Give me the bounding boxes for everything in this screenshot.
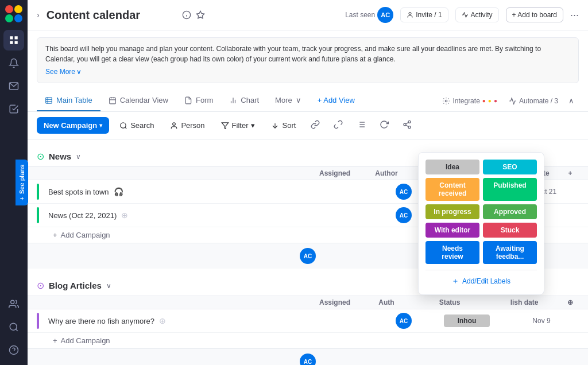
svg-point-1	[14, 5, 22, 13]
sidebar-icon-people[interactable]	[3, 294, 24, 314]
svg-rect-23	[109, 98, 115, 104]
status-option-idea[interactable]: Idea	[425, 160, 479, 174]
add-edit-labels-button[interactable]: Add/Edit Labels	[425, 275, 537, 288]
sidebar-icon-check[interactable]	[3, 99, 24, 119]
search-label: Search	[130, 121, 154, 130]
tab-more[interactable]: More ∨	[267, 90, 310, 111]
person-button[interactable]: Person	[164, 118, 210, 133]
svg-point-18	[409, 13, 411, 15]
news-group-collapse[interactable]: ∨	[76, 153, 81, 161]
svg-line-32	[125, 127, 127, 129]
status-option-published[interactable]: Published	[483, 178, 537, 201]
tab-calendar-label: Calendar View	[120, 96, 168, 104]
add-edit-labels-text: Add/Edit Labels	[462, 277, 510, 285]
tab-chart[interactable]: Chart	[221, 90, 267, 111]
more-options-button[interactable]: ···	[570, 9, 579, 21]
add-to-board-button[interactable]: + Add to board	[506, 7, 563, 22]
collapse-view-button[interactable]: ∧	[564, 92, 579, 110]
search-button[interactable]: Search	[114, 118, 160, 133]
svg-marker-17	[196, 11, 204, 18]
status-option-in-progress[interactable]: In progress	[425, 204, 479, 219]
app-logo[interactable]	[5, 5, 23, 23]
sidebar-icon-bell[interactable]	[3, 53, 24, 73]
status-option-content-received[interactable]: Content received	[425, 178, 479, 201]
status-option-with-editor[interactable]: With editor	[425, 223, 479, 238]
svg-point-9	[11, 300, 14, 304]
sort-button[interactable]: Sort	[265, 118, 301, 133]
col-status-blog: Status	[412, 298, 487, 306]
last-seen-label: Last seen	[345, 11, 375, 19]
share-icon-button[interactable]	[398, 117, 416, 134]
add-view-button[interactable]: + Add View	[310, 90, 363, 111]
description-text: This board will help you manage and plan…	[45, 45, 541, 63]
col-add-news[interactable]: +	[562, 169, 579, 177]
add-circle-icon: ⊕	[121, 211, 128, 220]
see-plans-tab[interactable]: + See plans	[16, 160, 28, 205]
activity-button[interactable]: Activity	[455, 7, 499, 22]
info-icon[interactable]	[182, 10, 191, 20]
link-icon-button[interactable]	[306, 117, 324, 134]
add-icon: +	[53, 231, 57, 239]
sidebar: + See plans	[0, 0, 28, 365]
automate-label: Automate / 3	[519, 97, 558, 105]
status-option-seo[interactable]: SEO	[483, 160, 537, 174]
star-icon[interactable]	[196, 10, 205, 20]
tab-calendar-view[interactable]: Calendar View	[100, 90, 176, 111]
status-option-stuck[interactable]: Stuck	[483, 223, 537, 238]
sidebar-icon-search[interactable]	[3, 317, 24, 337]
sidebar-icon-question[interactable]	[3, 340, 24, 360]
tab-more-label: More	[275, 96, 292, 104]
description-box: This board will help you manage and plan…	[37, 37, 579, 83]
tab-main-table[interactable]: Main Table	[37, 90, 100, 111]
page-title: Content calendar	[47, 9, 177, 22]
see-more-button[interactable]: See More ∨	[45, 67, 82, 77]
svg-rect-6	[10, 41, 13, 44]
table-row: Why are there no fish anymore? ⊕ AC Inho…	[28, 309, 588, 333]
avatar: AC	[396, 313, 412, 329]
sidebar-icon-mail[interactable]	[3, 76, 24, 96]
status-option-awaiting-feedback[interactable]: Awaiting feedba...	[483, 241, 537, 264]
svg-point-2	[5, 14, 13, 22]
news-group-title: News	[49, 152, 71, 161]
add-campaign-blog[interactable]: + Add Campaign	[28, 333, 588, 348]
filter-button[interactable]: Filter ▾	[215, 118, 261, 133]
add-view-label: + Add View	[318, 96, 355, 104]
tab-main-table-label: Main Table	[56, 96, 92, 104]
svg-marker-34	[222, 122, 229, 129]
toolbar: New Campaign ▾ Search Person Filter ▾ So…	[28, 112, 588, 139]
row-name-news-oct: News (Oct 22, 2021) ⊕	[37, 207, 326, 223]
see-plans-label: See plans	[18, 165, 25, 194]
avatar: AC	[396, 184, 412, 200]
rows-icon-button[interactable]	[352, 117, 370, 134]
automate-button[interactable]: Automate / 3	[503, 94, 564, 108]
col-assigned-news: Assigned	[309, 169, 361, 177]
headphone-icon: 🎧	[114, 187, 123, 196]
tab-form[interactable]: Form	[176, 90, 221, 111]
status-option-needs-review[interactable]: Needs review	[425, 241, 479, 264]
status-options-grid: Idea SEO Content received Published In p…	[425, 160, 537, 264]
blog-table-header: Assigned Auth Status lish date ⊕	[28, 296, 588, 309]
sidebar-icon-grid[interactable]	[3, 30, 24, 51]
svg-rect-7	[15, 41, 18, 44]
blog-group-icon: ⊙	[37, 280, 44, 291]
header-actions: Last seen AC Invite / 1 Activity + Add t…	[345, 7, 579, 23]
collapse-button[interactable]: ›	[37, 10, 40, 20]
invite-button[interactable]: Invite / 1	[400, 7, 448, 22]
col-author-news: Author	[361, 169, 412, 177]
svg-point-31	[121, 122, 126, 127]
dropdown-divider	[425, 270, 537, 270]
tab-chart-label: Chart	[241, 96, 259, 104]
new-campaign-label: New Campaign	[44, 121, 97, 130]
integrate-button[interactable]: Integrate ● ● ●	[436, 94, 503, 108]
col-assigned-blog: Assigned	[309, 298, 361, 306]
row-name-fish: Why are there no fish anymore? ⊕	[37, 313, 326, 329]
group-footer-avatar: AC	[300, 248, 316, 264]
unlink-icon-button[interactable]	[329, 117, 347, 134]
new-campaign-button[interactable]: New Campaign ▾	[37, 117, 109, 134]
status-inhou-badge[interactable]: Inhou	[444, 314, 490, 327]
add-icon: +	[53, 336, 57, 345]
col-add-blog[interactable]: ⊕	[562, 298, 579, 306]
blog-group-collapse[interactable]: ∨	[106, 282, 111, 290]
status-option-approved[interactable]: Approved	[483, 204, 537, 219]
refresh-icon-button[interactable]	[375, 117, 393, 134]
